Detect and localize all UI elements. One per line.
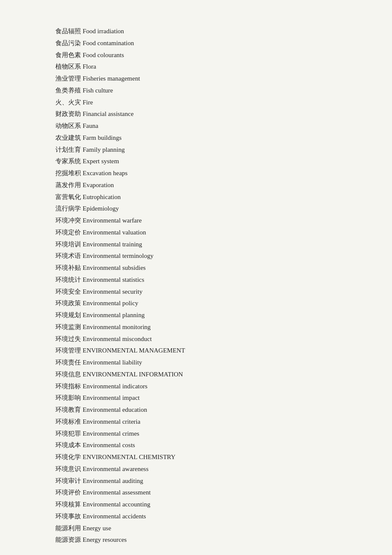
english-term: Energy resources: [83, 536, 127, 543]
list-item: 能源利用Energy use: [55, 523, 337, 535]
chinese-term: 环境统计: [55, 276, 81, 283]
list-item: 环境政策Environmental policy: [55, 298, 337, 309]
chinese-term: 环境事故: [55, 513, 81, 520]
chinese-term: 环境定价: [55, 229, 81, 236]
english-term: Environmental accounting: [83, 501, 150, 508]
chinese-term: 渔业管理: [55, 75, 81, 82]
chinese-term: 食用色素: [55, 52, 81, 58]
list-item: 农业建筑Farm buildings: [55, 132, 337, 144]
list-item: 环境规划Environmental planning: [55, 309, 337, 321]
chinese-term: 环境化学: [55, 454, 81, 460]
chinese-term: 鱼类养殖: [55, 87, 81, 94]
english-term: Environmental subsidies: [83, 264, 146, 271]
chinese-term: 环境影响: [55, 394, 81, 401]
list-item: 环境责任Environmental liability: [55, 357, 337, 369]
chinese-term: 农业建筑: [55, 134, 81, 141]
english-term: Eutrophication: [83, 194, 121, 200]
english-term: Environmental liability: [83, 359, 142, 366]
english-term: Environmental impact: [83, 394, 140, 401]
english-term: Fauna: [83, 122, 98, 129]
english-term: Environmental terminology: [83, 252, 153, 259]
chinese-term: 动物区系: [55, 122, 81, 129]
list-item: 财政资助Financial assistance: [55, 108, 337, 120]
list-item: 环境过失Environmental misconduct: [55, 333, 337, 345]
chinese-term: 环境管理: [55, 347, 81, 354]
chinese-term: 环境规划: [55, 312, 81, 318]
chinese-term: 计划生育: [55, 146, 81, 153]
english-term: Environmental policy: [83, 300, 138, 306]
list-item: 环境犯罪Environmental crimes: [55, 428, 337, 440]
chinese-term: 环境安全: [55, 288, 81, 295]
chinese-term: 环境成本: [55, 442, 81, 448]
list-item: 食品辐照Food irradiation: [55, 26, 337, 38]
english-term: Food colourants: [83, 52, 124, 58]
list-item: 环境信息ENVIRONMENTAL INFORMATION: [55, 369, 337, 381]
english-term: Fish culture: [83, 87, 113, 94]
list-item: 环境定价Environmental valuation: [55, 227, 337, 239]
english-term: Environmental education: [83, 406, 147, 413]
list-item: 环境冲突Environmental warfare: [55, 215, 337, 227]
chinese-term: 能源利用: [55, 525, 81, 532]
list-item: 专家系统Expert system: [55, 156, 337, 168]
english-term: Food contamination: [83, 40, 134, 46]
list-item: 流行病学Epidemiology: [55, 203, 337, 215]
list-item: 环境指标Environmental indicators: [55, 381, 337, 393]
list-item: 环境事故Environmental accidents: [55, 511, 337, 523]
english-term: Environmental criteria: [83, 418, 140, 425]
english-term: Food irradiation: [83, 28, 124, 35]
english-term: Environmental assessment: [83, 489, 151, 496]
list-item: 环境评价Environmental assessment: [55, 487, 337, 499]
list-item: 环境术语Environmental terminology: [55, 250, 337, 262]
list-item: 计划生育Family planning: [55, 144, 337, 156]
english-term: Environmental crimes: [83, 430, 139, 437]
list-item: 环境统计Environmental statistics: [55, 274, 337, 286]
list-item: 植物区系Flora: [55, 61, 337, 73]
english-term: Environmental accidents: [83, 513, 146, 520]
english-term: ENVIRONMENTAL INFORMATION: [83, 371, 183, 378]
chinese-term: 环境评价: [55, 489, 81, 496]
list-item: 环境化学ENVIRONMENTAL CHEMISTRY: [55, 451, 337, 463]
list-item: 环境意识Environmental awareness: [55, 463, 337, 475]
chinese-term: 环境过失: [55, 335, 81, 342]
chinese-term: 环境政策: [55, 300, 81, 306]
list-item: 挖掘堆积Excavation heaps: [55, 168, 337, 179]
chinese-term: 环境培训: [55, 241, 81, 248]
list-item: 环境影响Environmental impact: [55, 392, 337, 404]
list-item: 环境审计Environmental auditing: [55, 475, 337, 487]
english-term: Environmental training: [83, 241, 142, 248]
list-item: 富营氧化Eutrophication: [55, 191, 337, 203]
chinese-term: 挖掘堆积: [55, 170, 81, 176]
chinese-term: 食品辐照: [55, 28, 81, 35]
chinese-term: 火、火灾: [55, 99, 81, 106]
english-term: ENVIRONMENTAL MANAGEMENT: [83, 347, 185, 354]
english-term: Epidemiology: [83, 205, 119, 212]
english-term: Environmental security: [83, 288, 142, 295]
english-term: Farm buildings: [83, 134, 121, 141]
english-term: Environmental statistics: [83, 276, 144, 283]
list-item: 环境管理ENVIRONMENTAL MANAGEMENT: [55, 345, 337, 357]
english-term: Environmental monitoring: [83, 324, 151, 330]
chinese-term: 环境教育: [55, 406, 81, 413]
chinese-term: 环境指标: [55, 383, 81, 390]
list-item: 能源资源Energy resources: [55, 534, 337, 546]
english-term: Expert system: [83, 158, 119, 165]
chinese-term: 植物区系: [55, 63, 81, 70]
chinese-term: 环境核算: [55, 501, 81, 508]
english-term: Excavation heaps: [83, 170, 127, 176]
english-term: Energy use: [83, 525, 111, 532]
english-term: Environmental misconduct: [83, 335, 152, 342]
chinese-term: 环境补贴: [55, 264, 81, 271]
list-item: 环境标准Environmental criteria: [55, 416, 337, 428]
chinese-term: 环境术语: [55, 252, 81, 259]
english-term: Financial assistance: [83, 110, 134, 117]
list-item: 动物区系Fauna: [55, 120, 337, 132]
list-item: 食用色素Food colourants: [55, 49, 337, 61]
english-term: Fisheries management: [83, 75, 140, 82]
chinese-term: 流行病学: [55, 205, 81, 212]
list-item: 环境成本Environmental costs: [55, 439, 337, 451]
chinese-term: 富营氧化: [55, 194, 81, 200]
english-term: Family planning: [83, 146, 125, 153]
english-term: ENVIRONMENTAL CHEMISTRY: [83, 454, 176, 460]
chinese-term: 环境审计: [55, 477, 81, 484]
list-item: 环境教育Environmental education: [55, 404, 337, 416]
